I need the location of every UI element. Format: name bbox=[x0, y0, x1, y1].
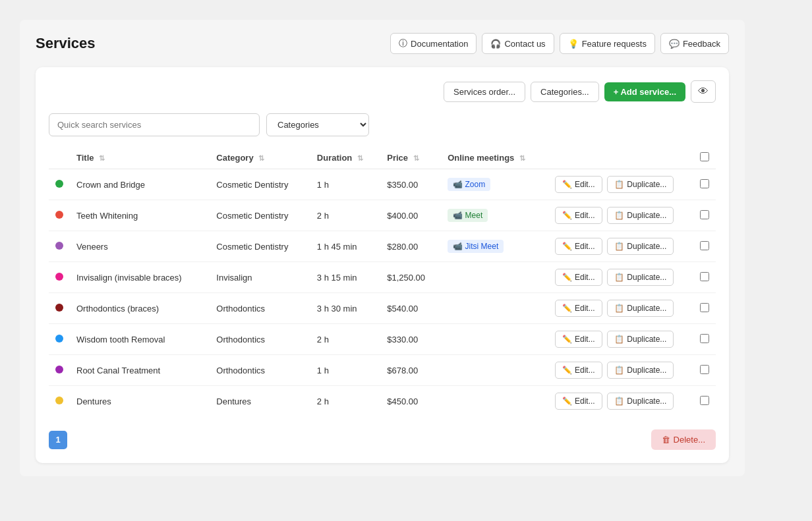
dot-cell bbox=[49, 200, 70, 231]
visibility-button[interactable]: 👁 bbox=[691, 80, 716, 103]
category-cell: Orthodontics bbox=[210, 355, 310, 386]
duplicate-label: Duplicate... bbox=[627, 211, 666, 220]
row-checkbox[interactable] bbox=[700, 210, 709, 219]
row-checkbox[interactable] bbox=[700, 272, 709, 281]
price-cell: $330.00 bbox=[380, 324, 441, 355]
row-checkbox[interactable] bbox=[700, 396, 709, 405]
search-input[interactable] bbox=[49, 113, 260, 136]
dot-cell bbox=[49, 231, 70, 262]
documentation-button[interactable]: ⓘ Documentation bbox=[390, 33, 477, 54]
meeting-cell: 📹 Jitsi Meet bbox=[441, 231, 548, 262]
meeting-cell bbox=[441, 386, 548, 417]
actions-cell: ✏️ Edit... 📋 Duplicate... bbox=[548, 386, 693, 417]
checkbox-cell bbox=[693, 262, 716, 293]
edit-button[interactable]: ✏️ Edit... bbox=[555, 393, 602, 410]
row-checkbox[interactable] bbox=[700, 303, 709, 312]
duplicate-button[interactable]: 📋 Duplicate... bbox=[607, 238, 674, 255]
duplicate-icon: 📋 bbox=[614, 273, 624, 282]
price-sort-icon: ⇅ bbox=[413, 154, 419, 163]
feature-requests-label: Feature requests bbox=[582, 39, 647, 49]
meeting-cell bbox=[441, 293, 548, 324]
duration-cell: 3 h 15 min bbox=[310, 262, 380, 293]
info-icon: ⓘ bbox=[399, 38, 407, 49]
checkbox-cell bbox=[693, 200, 716, 231]
table-row: Wisdom tooth Removal Orthodontics 2 h $3… bbox=[49, 324, 716, 355]
status-dot bbox=[55, 180, 63, 188]
price-cell: $540.00 bbox=[380, 293, 441, 324]
dot-cell bbox=[49, 169, 70, 200]
meeting-badge: 📹 Zoom bbox=[448, 178, 490, 191]
duration-cell: 1 h bbox=[310, 355, 380, 386]
edit-icon: ✏️ bbox=[562, 273, 572, 282]
documentation-label: Documentation bbox=[411, 39, 468, 49]
status-dot bbox=[55, 335, 63, 343]
services-order-button[interactable]: Services order... bbox=[444, 82, 525, 102]
edit-button[interactable]: ✏️ Edit... bbox=[555, 269, 602, 286]
edit-label: Edit... bbox=[575, 335, 595, 344]
category-cell: Orthodontics bbox=[210, 293, 310, 324]
status-dot bbox=[55, 304, 63, 312]
select-all-checkbox[interactable] bbox=[700, 152, 709, 161]
actions-cell: ✏️ Edit... 📋 Duplicate... bbox=[548, 262, 693, 293]
contact-button[interactable]: 🎧 Contact us bbox=[482, 33, 554, 54]
edit-label: Edit... bbox=[575, 304, 595, 313]
duplicate-button[interactable]: 📋 Duplicate... bbox=[607, 269, 674, 286]
meeting-cell bbox=[441, 355, 548, 386]
title-cell: Teeth Whitening bbox=[70, 200, 210, 231]
duplicate-icon: 📋 bbox=[614, 304, 624, 313]
checkbox-cell bbox=[693, 169, 716, 200]
price-cell: $1,250.00 bbox=[380, 262, 441, 293]
categories-button[interactable]: Categories... bbox=[531, 82, 599, 102]
category-cell: Orthodontics bbox=[210, 324, 310, 355]
edit-icon: ✏️ bbox=[562, 180, 572, 189]
status-dot bbox=[55, 366, 63, 373]
eye-icon: 👁 bbox=[698, 86, 709, 97]
duplicate-button[interactable]: 📋 Duplicate... bbox=[607, 207, 674, 224]
edit-button[interactable]: ✏️ Edit... bbox=[555, 331, 602, 348]
online-meetings-col-header: Online meetings ⇅ bbox=[441, 147, 548, 169]
duplicate-button[interactable]: 📋 Duplicate... bbox=[607, 300, 674, 317]
duplicate-button[interactable]: 📋 Duplicate... bbox=[607, 331, 674, 348]
price-cell: $678.00 bbox=[380, 355, 441, 386]
actions-cell: ✏️ Edit... 📋 Duplicate... bbox=[548, 200, 693, 231]
add-service-button[interactable]: + Add service... bbox=[604, 82, 685, 101]
edit-label: Edit... bbox=[575, 211, 595, 220]
category-select[interactable]: Categories Cosmetic Dentistry Invisalign… bbox=[266, 113, 369, 136]
edit-button[interactable]: ✏️ Edit... bbox=[555, 176, 602, 193]
title-sort-icon: ⇅ bbox=[99, 154, 105, 163]
actions-cell: ✏️ Edit... 📋 Duplicate... bbox=[548, 324, 693, 355]
add-service-label: + Add service... bbox=[614, 87, 676, 97]
table-row: Dentures Dentures 2 h $450.00 ✏️ Edit...… bbox=[49, 386, 716, 417]
duplicate-button[interactable]: 📋 Duplicate... bbox=[607, 393, 674, 410]
category-cell: Cosmetic Dentistry bbox=[210, 231, 310, 262]
meeting-cell bbox=[441, 324, 548, 355]
feature-requests-button[interactable]: 💡 Feature requests bbox=[560, 33, 655, 54]
duplicate-button[interactable]: 📋 Duplicate... bbox=[607, 362, 674, 379]
title-cell: Crown and Bridge bbox=[70, 169, 210, 200]
meeting-badge: 📹 Jitsi Meet bbox=[448, 240, 504, 253]
online-meetings-sort-icon: ⇅ bbox=[519, 154, 525, 163]
row-checkbox[interactable] bbox=[700, 334, 709, 343]
checkbox-cell bbox=[693, 324, 716, 355]
row-checkbox[interactable] bbox=[700, 365, 709, 374]
duplicate-label: Duplicate... bbox=[627, 397, 666, 406]
title-cell: Dentures bbox=[70, 386, 210, 417]
table-row: Teeth Whitening Cosmetic Dentistry 2 h $… bbox=[49, 200, 716, 231]
row-checkbox[interactable] bbox=[700, 179, 709, 188]
dot-cell bbox=[49, 324, 70, 355]
edit-button[interactable]: ✏️ Edit... bbox=[555, 362, 602, 379]
duplicate-icon: 📋 bbox=[614, 180, 624, 189]
row-checkbox[interactable] bbox=[700, 241, 709, 250]
status-dot bbox=[55, 273, 63, 281]
feedback-button[interactable]: 💬 Feedback bbox=[660, 33, 729, 54]
dot-col-header bbox=[49, 147, 70, 169]
categories-label: Categories... bbox=[540, 87, 589, 97]
actions-cell: ✏️ Edit... 📋 Duplicate... bbox=[548, 293, 693, 324]
duration-cell: 2 h bbox=[310, 200, 380, 231]
edit-button[interactable]: ✏️ Edit... bbox=[555, 207, 602, 224]
delete-button[interactable]: 🗑 Delete... bbox=[651, 429, 716, 450]
edit-button[interactable]: ✏️ Edit... bbox=[555, 238, 602, 255]
dot-cell bbox=[49, 355, 70, 386]
edit-button[interactable]: ✏️ Edit... bbox=[555, 300, 602, 317]
duplicate-button[interactable]: 📋 Duplicate... bbox=[607, 176, 674, 193]
